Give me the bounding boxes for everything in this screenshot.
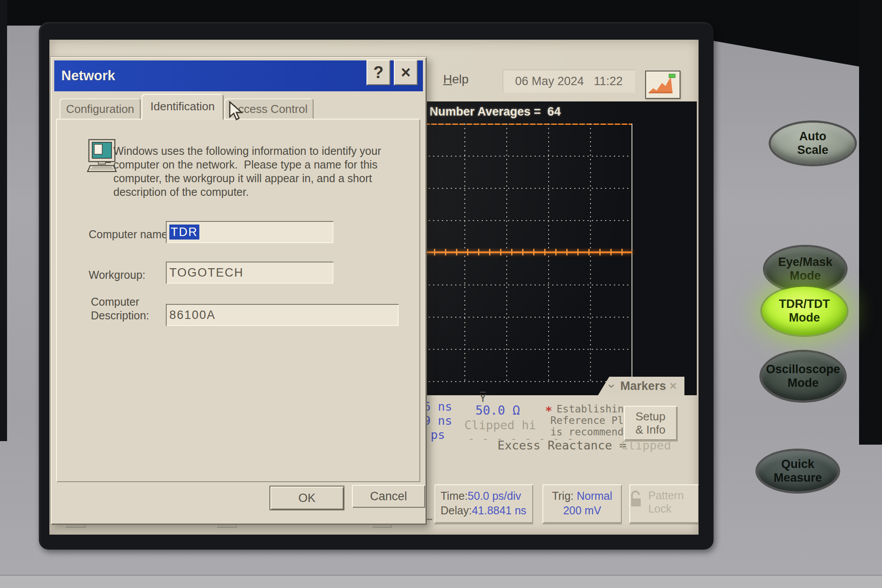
setup-info-line2: & Info <box>624 423 677 436</box>
tdr-tdt-mode-button[interactable]: TDR/TDT Mode <box>762 287 847 335</box>
excess-reactance-label: Excess Reactance = <box>497 438 627 452</box>
graticule-hline <box>424 381 632 382</box>
pattern-lock-line2: Lock <box>648 502 672 515</box>
setup-info-button[interactable]: Setup & Info <box>624 406 677 440</box>
clipped-hi-readout: Clipped hi <box>464 418 536 432</box>
computer-description-label: Computer Description: <box>91 295 149 322</box>
warning-line-3: is recommended <box>550 426 636 438</box>
scope-display: Number Averages = 64 <box>415 101 697 395</box>
photo-left-shadow <box>0 0 7 441</box>
tdr-trace-ticks <box>424 249 632 255</box>
cancel-button[interactable]: Cancel <box>352 485 425 508</box>
eye-mask-mode-button[interactable]: Eye/Mask Mode <box>765 247 845 291</box>
graticule-hline <box>424 285 632 285</box>
computer-name-input[interactable]: TDR <box>166 221 333 243</box>
markers-tab-label: Markers <box>620 379 666 393</box>
time-label: Time: <box>441 490 468 502</box>
time-value: 50.0 ps/div <box>468 490 521 502</box>
auto-scale-button[interactable]: Auto Scale <box>771 123 855 164</box>
dialog-intro-text: Windows uses the following information t… <box>113 144 403 199</box>
dialog-title: Network <box>54 68 115 84</box>
excess-reactance-value: Clipped <box>621 438 671 452</box>
datetime-display: 06 May 2024 11:22 <box>503 70 635 93</box>
trig-value: Normal <box>577 490 613 502</box>
lcd-screen: Help 06 May 2024 11:22 Number Averages =… <box>49 40 699 535</box>
padlock-icon <box>629 491 643 512</box>
dialog-help-button[interactable]: ? <box>366 60 390 85</box>
waveform-status-button[interactable] <box>645 71 680 99</box>
warning-line-1: Establishing <box>557 403 630 415</box>
dialog-close-button[interactable]: × <box>394 60 418 85</box>
pattern-lock-line1: Pattern <box>648 489 684 502</box>
setup-info-line1: Setup <box>624 410 677 423</box>
impedance-readout: 50.0 Ω <box>475 403 520 418</box>
computer-icon <box>87 139 117 176</box>
mouse-cursor-icon <box>229 101 247 123</box>
markers-tab[interactable]: ⌄ Markers × <box>598 377 684 395</box>
trig-label: Trig: <box>552 490 574 502</box>
pattern-lock-button[interactable]: Pattern Lock <box>629 484 699 523</box>
graticule-hline <box>424 188 632 189</box>
workgroup-input[interactable]: TOGOTECH <box>166 262 333 284</box>
oscilloscope-mode-button[interactable]: Oscilloscope Mode <box>762 352 845 401</box>
graticule-hline <box>424 156 632 157</box>
delay-value: 41.8841 ns <box>472 504 527 517</box>
chevron-down-icon: ⌄ <box>605 379 617 388</box>
workgroup-label: Workgroup: <box>89 269 146 281</box>
selected-text: TDR <box>169 225 199 240</box>
panel-bottom-trim <box>0 575 882 588</box>
tab-configuration[interactable]: Configuration <box>60 98 141 119</box>
trigger-button[interactable]: Trig: Normal 200 mV <box>542 484 622 523</box>
quick-measure-button[interactable]: Quick Measure <box>758 451 838 491</box>
graticule-grid <box>415 101 697 395</box>
delay-label: Delay: <box>441 504 472 517</box>
computer-name-label: Computer name: <box>89 228 171 241</box>
computer-description-input[interactable]: 86100A <box>166 304 399 326</box>
timebase-button[interactable]: Time:50.0 ps/div Delay:41.8841 ns <box>434 484 533 523</box>
graticule-hline <box>424 317 632 318</box>
trig-level: 200 mV <box>542 503 622 518</box>
network-dialog: Network ? × Configuration Identification… <box>50 56 427 525</box>
y-average-header: Y <box>480 393 486 404</box>
help-menu[interactable]: Help <box>443 72 469 86</box>
close-icon[interactable]: × <box>669 379 676 393</box>
instrument-photo: Help 06 May 2024 11:22 Number Averages =… <box>0 0 882 588</box>
photo-right-shadow <box>859 0 882 445</box>
ok-button[interactable]: OK <box>270 487 344 509</box>
tab-identification[interactable]: Identification <box>142 94 224 120</box>
waveform-icon <box>646 71 678 96</box>
graticule-hline <box>424 349 632 350</box>
graticule-hline <box>424 220 632 221</box>
